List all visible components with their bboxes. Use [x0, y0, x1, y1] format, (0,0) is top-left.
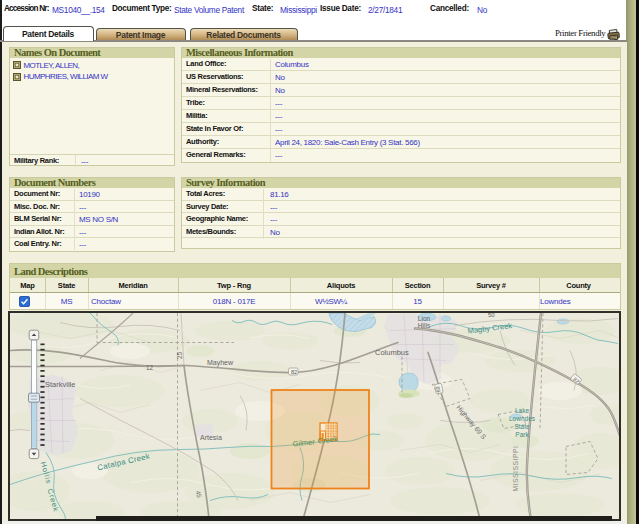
svg-text:Lowndes: Lowndes [509, 414, 536, 421]
svg-text:Starkville: Starkville [45, 379, 75, 388]
svg-text:Lion: Lion [418, 314, 431, 321]
svg-text:Lake: Lake [515, 406, 529, 413]
svg-text:Artesia: Artesia [200, 433, 222, 440]
svg-text:MISSISSIPPI: MISSISSIPPI [512, 445, 519, 491]
svg-text:Hills: Hills [418, 321, 431, 328]
svg-text:82: 82 [291, 369, 297, 375]
svg-text:Park: Park [515, 430, 529, 437]
svg-text:Mayhew: Mayhew [207, 358, 234, 366]
svg-text:State: State [514, 422, 530, 429]
svg-text:50: 50 [488, 313, 495, 318]
svg-text:Columbus: Columbus [375, 347, 409, 356]
svg-text:12: 12 [146, 363, 154, 370]
svg-text:25: 25 [176, 351, 183, 359]
svg-text:69: 69 [435, 385, 442, 392]
